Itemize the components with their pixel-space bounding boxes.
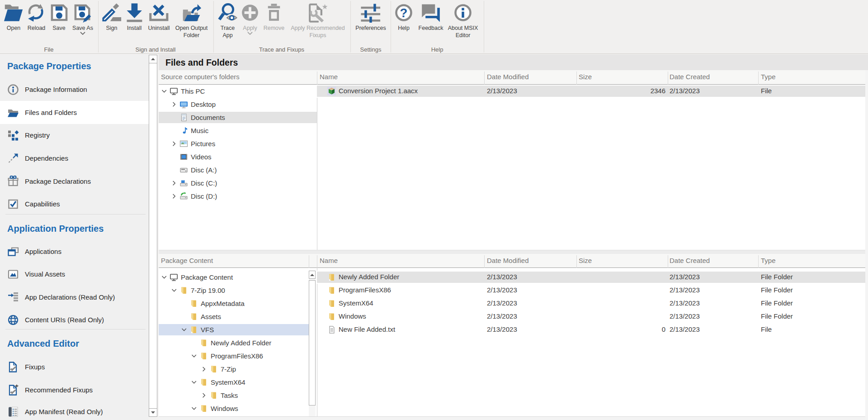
svg-text:?: ?: [400, 6, 408, 20]
